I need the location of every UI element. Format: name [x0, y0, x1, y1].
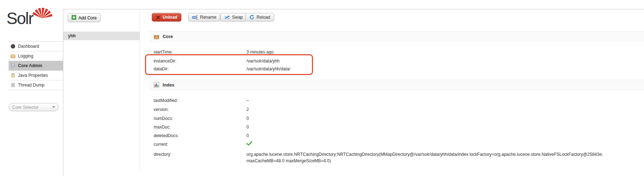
add-core-label: Add Core: [78, 15, 97, 20]
button-label: Rename: [200, 15, 216, 20]
property-label: maxDoc:: [154, 124, 240, 130]
x-icon: [156, 15, 160, 20]
property-value: 3 minutes ago: [246, 49, 273, 55]
section-title: Core: [163, 34, 173, 39]
property-row: startTime:3 minutes ago: [0, 49, 644, 55]
sidebar-item-label: Java Properties: [18, 73, 48, 78]
bar-chart-icon: [154, 82, 159, 88]
section-header-index: Index: [149, 80, 644, 90]
property-row: lastModified:–: [0, 97, 644, 104]
property-label: directory:: [154, 151, 240, 158]
solr-logo-text: Solr: [6, 9, 33, 28]
property-value: 2: [246, 106, 249, 113]
sidebar-item-thread-dump[interactable]: Thread Dump: [9, 80, 63, 90]
add-core-button[interactable]: Add Core: [68, 13, 101, 22]
property-row: current:: [0, 141, 644, 148]
property-row: directory:org.apache.lucene.store.NRTCac…: [0, 151, 644, 158]
property-value: 0: [246, 132, 249, 139]
reload-icon: [249, 15, 254, 20]
property-value: 0: [246, 124, 249, 130]
plus-icon: [72, 15, 76, 21]
sidebar-item-label: Dashboard: [18, 44, 39, 49]
rename-icon: [192, 15, 198, 20]
property-label: lastModified:: [154, 97, 240, 104]
property-row: version:2: [0, 106, 644, 113]
core-list-item-yhh[interactable]: yhh: [63, 32, 140, 40]
rename-button[interactable]: Rename: [188, 13, 220, 22]
swap-button[interactable]: Swap: [220, 13, 247, 22]
property-row: dataDir:/var/solr/data/yhh/data/: [0, 66, 644, 72]
property-row: numDocs:0: [0, 115, 644, 122]
property-value: org.apache.lucene.store.NRTCachingDirect…: [246, 151, 621, 164]
property-value: –: [246, 97, 249, 104]
stack-icon: [10, 83, 15, 88]
solr-admin-page: Solr DashboardLoggingCore AdminJava Prop…: [0, 0, 644, 177]
section-title: Index: [163, 83, 174, 88]
solr-logo[interactable]: Solr: [6, 2, 53, 31]
property-label: dataDir:: [154, 66, 240, 72]
swap-icon: [224, 15, 230, 20]
button-label: Reload: [257, 15, 270, 20]
gauge-icon: [10, 44, 15, 49]
section-header-core: Core: [149, 31, 644, 42]
property-value: 0: [246, 115, 249, 122]
sidebar-item-label: Thread Dump: [18, 83, 44, 88]
check-icon: [246, 141, 252, 148]
property-label: current:: [154, 141, 240, 148]
property-row: maxDoc:0: [0, 124, 644, 130]
property-label: deletedDocs:: [154, 132, 240, 139]
property-row: deletedDocs:0: [0, 132, 644, 139]
property-value: /var/solr/data/yhh/data/: [246, 66, 290, 72]
button-label: Swap: [232, 15, 243, 20]
property-label: numDocs:: [154, 115, 240, 122]
unload-button[interactable]: Unload: [152, 13, 181, 22]
solr-sunburst-icon: [32, 1, 53, 19]
package-icon: [154, 34, 159, 39]
property-value: /var/solr/data/yhh: [246, 58, 280, 64]
sidebar-item-java-properties[interactable]: Java Properties: [9, 71, 63, 80]
button-label: Unload: [163, 15, 177, 20]
property-label: instanceDir:: [154, 58, 240, 64]
property-label: startTime:: [154, 49, 240, 55]
jar-icon: [10, 73, 15, 78]
property-label: version:: [154, 106, 240, 113]
reload-button[interactable]: Reload: [245, 13, 274, 22]
property-row: instanceDir:/var/solr/data/yhh: [0, 58, 644, 64]
